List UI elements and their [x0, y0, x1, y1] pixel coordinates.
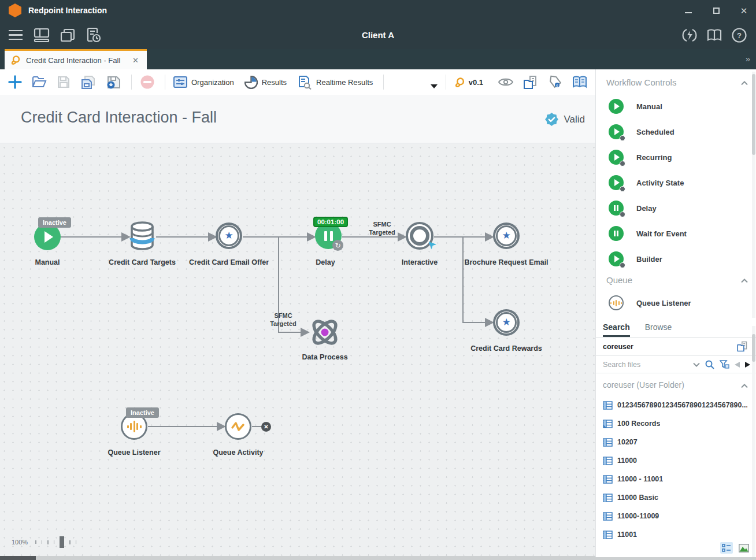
node-label: Queue Activity: [213, 448, 263, 457]
tab-credit-card-interaction-fall[interactable]: Credit Card Interaction - Fall ✕: [5, 49, 147, 69]
realtime-results-label: Realtime Results: [316, 78, 373, 87]
folder-header[interactable]: coreuser (User Folder): [596, 378, 756, 394]
preview-eye-icon[interactable]: [498, 73, 513, 91]
file-item[interactable]: 10207: [603, 434, 747, 450]
node-credit-card-rewards[interactable]: ★: [493, 309, 520, 336]
palette-sidebar: Workflow Controls Manual Scheduled Recur…: [595, 69, 756, 560]
palette-item-manual[interactable]: Manual: [609, 99, 662, 114]
canvas-horizontal-scrollbar[interactable]: [0, 556, 595, 560]
search-scope-value[interactable]: coreuser: [603, 343, 736, 351]
pause-icon: [609, 226, 624, 241]
sidebar-scrollbar[interactable]: [752, 72, 755, 318]
node-delay[interactable]: 00:01:00 ↻: [315, 222, 342, 249]
close-button[interactable]: ✕: [738, 4, 750, 17]
image-view-icon[interactable]: [738, 542, 750, 554]
collapse-chevron-icon[interactable]: [741, 279, 748, 283]
save-version-button[interactable]: [106, 73, 121, 91]
window-bottom-edge: [595, 557, 756, 560]
folders-icon[interactable]: [59, 27, 76, 44]
file-item[interactable]: 11000-11009: [603, 508, 747, 524]
cursor-icon: ➤: [423, 237, 439, 253]
section-title-workflow-controls: Workflow Controls: [606, 77, 676, 87]
palette-item-queue-listener[interactable]: Queue Listener: [609, 295, 691, 310]
filter-icon[interactable]: [720, 360, 729, 369]
tag-icon[interactable]: e: [549, 73, 562, 91]
client-title: Client A: [0, 21, 756, 49]
palette-item-builder[interactable]: Builder: [609, 251, 662, 266]
file-item[interactable]: 11000 Basic: [603, 489, 747, 506]
more-tabs-icon[interactable]: »: [746, 54, 749, 64]
collapse-chevron-icon[interactable]: [741, 384, 748, 388]
node-manual[interactable]: Inactive: [34, 224, 61, 250]
node-interactive[interactable]: ➤: [406, 222, 433, 250]
node-label: Credit Card Rewards: [470, 344, 542, 353]
list-view-icon[interactable]: [720, 542, 733, 554]
minimize-button[interactable]: [682, 4, 695, 17]
scope-folder-icon[interactable]: [736, 341, 749, 352]
node-brochure-request-email[interactable]: ★: [493, 222, 520, 249]
file-item[interactable]: 100 Records: [603, 416, 747, 432]
data-dictionary-icon[interactable]: [572, 73, 587, 91]
next-result-icon[interactable]: [745, 362, 750, 368]
title-bar: Redpoint Interaction ✕: [0, 0, 756, 21]
queue-activity-icon: [225, 413, 251, 440]
hamburger-menu-icon[interactable]: [7, 27, 24, 44]
block-button[interactable]: [140, 73, 155, 91]
prev-result-icon[interactable]: [735, 362, 740, 368]
node-queue-listener[interactable]: Inactive: [121, 413, 147, 440]
remove-connection-icon[interactable]: ✕: [261, 422, 271, 432]
help-icon[interactable]: ?: [731, 27, 748, 44]
zoom-slider[interactable]: 100%: [12, 536, 76, 548]
folder-document-icon[interactable]: [523, 73, 539, 91]
tab-search[interactable]: Search: [603, 322, 630, 337]
node-credit-card-targets[interactable]: [129, 221, 155, 253]
search-icon[interactable]: [705, 360, 714, 369]
scrollbar-thumb[interactable]: [0, 556, 36, 560]
maximize-button[interactable]: [710, 4, 722, 17]
node-data-process[interactable]: [309, 316, 341, 351]
node-credit-card-email-offer[interactable]: ★: [216, 222, 242, 249]
table-file-icon: [603, 401, 613, 410]
organization-icon: [173, 76, 187, 88]
edge-label-sfmc-targeted: SFMC Targeted: [265, 312, 302, 328]
tab-strip: Credit Card Interaction - Fall ✕ »: [0, 49, 756, 69]
pause-gear-icon: [609, 201, 624, 216]
palette-item-recurring[interactable]: Recurring: [609, 150, 672, 165]
organization-label: Organization: [191, 78, 234, 87]
version-icon: [454, 77, 465, 88]
palette-item-activity-state[interactable]: Activity State: [609, 175, 684, 190]
version-indicator[interactable]: v0.1: [454, 77, 492, 88]
file-item[interactable]: 0123456789012345678901234567890...: [603, 397, 747, 413]
inactive-badge: Inactive: [126, 407, 159, 418]
sidebar-scrollbar[interactable]: [752, 326, 755, 557]
palette-item-wait-for-event[interactable]: Wait for Event: [609, 226, 687, 241]
connection-icon[interactable]: [681, 27, 698, 44]
documentation-icon[interactable]: [706, 27, 723, 44]
collapse-chevron-icon[interactable]: [741, 81, 748, 86]
zoom-slider-handle[interactable]: [60, 536, 64, 548]
results-button[interactable]: Results: [244, 76, 287, 89]
offer-star-icon: ★: [493, 309, 520, 336]
save-copy-button[interactable]: [80, 73, 96, 91]
realtime-results-button[interactable]: Realtime Results: [297, 75, 373, 90]
file-item[interactable]: 11000: [603, 453, 747, 469]
app-title: Redpoint Interaction: [28, 6, 107, 15]
file-item[interactable]: 11000 - 11001: [603, 471, 747, 487]
workspace-icon[interactable]: [33, 27, 50, 44]
interactive-target-icon: ➤: [406, 222, 433, 250]
recent-files-icon[interactable]: [85, 27, 102, 44]
search-input[interactable]: [603, 361, 688, 369]
open-button[interactable]: [32, 73, 47, 91]
file-item[interactable]: 11001: [603, 526, 747, 543]
search-options-chevron-icon[interactable]: [693, 362, 700, 367]
tab-browse[interactable]: Browse: [645, 322, 672, 337]
new-button[interactable]: [8, 73, 22, 91]
tab-close-icon[interactable]: ✕: [130, 55, 141, 66]
organization-button[interactable]: Organization: [173, 76, 234, 88]
save-button[interactable]: [57, 73, 71, 91]
toolbar-dropdown-caret[interactable]: [431, 84, 438, 88]
workflow-canvas[interactable]: SFMC Targeted SFMC Targeted Inactive Man…: [0, 143, 595, 560]
palette-item-scheduled[interactable]: Scheduled: [609, 124, 675, 139]
node-queue-activity[interactable]: ✕: [225, 413, 251, 440]
palette-item-delay[interactable]: Delay: [609, 201, 657, 216]
